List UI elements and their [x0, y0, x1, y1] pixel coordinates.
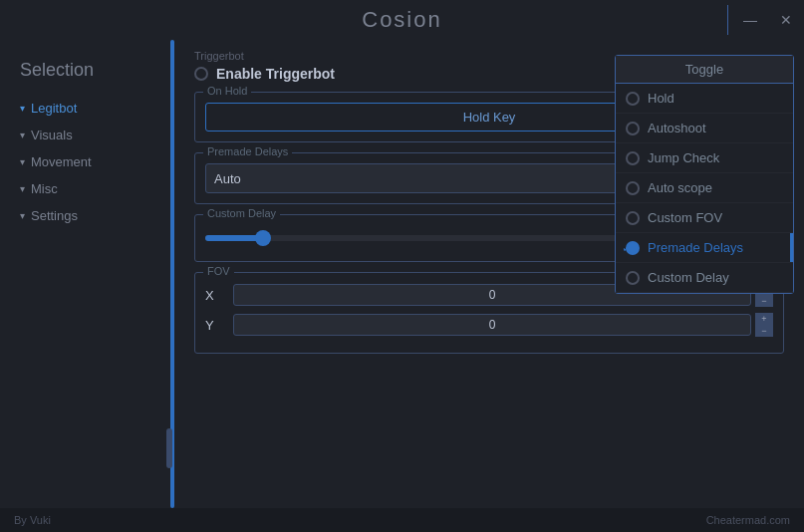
chevron-down-icon: ▾	[20, 156, 25, 167]
title-bar: Cosion — ✕	[0, 0, 804, 40]
sidebar-heading: Selection	[0, 60, 174, 81]
sidebar-item-label: Movement	[31, 154, 92, 169]
chevron-down-icon: ▾	[20, 183, 25, 194]
chevron-down-icon: ▾	[20, 130, 25, 140]
footer: By Vuki Cheatermad.com	[0, 508, 804, 532]
toggle-item-label: Hold	[648, 91, 674, 106]
dropdown-selected-value: Auto	[214, 171, 241, 186]
toggle-item-custom-fov[interactable]: Custom FOV	[616, 203, 793, 233]
fov-y-increment-button[interactable]: +	[755, 313, 773, 325]
sidebar-item-label: Legitbot	[31, 101, 77, 116]
toggle-item-autoshoot[interactable]: Autoshoot	[616, 114, 793, 143]
footer-left: By Vuki	[14, 514, 51, 526]
fov-x-decrement-button[interactable]: −	[755, 295, 773, 307]
custom-delay-legend: Custom Delay	[203, 207, 280, 219]
toggle-item-hold[interactable]: Hold	[616, 84, 793, 114]
sidebar-item-legitbot[interactable]: ▾ Legitbot	[0, 95, 174, 122]
window-controls: — ✕	[727, 0, 804, 40]
sidebar-item-label: Settings	[31, 208, 78, 223]
auto-scope-radio	[626, 181, 640, 195]
jump-check-radio	[626, 151, 640, 165]
fov-legend: FOV	[203, 265, 234, 277]
minimize-button[interactable]: —	[732, 0, 768, 40]
toggle-item-jump-check[interactable]: Jump Check	[616, 143, 793, 173]
fov-y-label: Y	[205, 318, 225, 333]
app-title: Cosion	[362, 7, 441, 33]
sidebar-item-misc[interactable]: ▾ Misc	[0, 175, 174, 202]
toggle-item-label: Premade Delays	[648, 240, 743, 255]
footer-right: Cheatermad.com	[706, 514, 790, 526]
toggle-item-label: Custom FOV	[648, 210, 722, 225]
toggle-item-label: Auto scope	[648, 180, 712, 195]
selected-indicator-bar	[790, 233, 793, 262]
check-icon: ✓	[622, 241, 632, 255]
chevron-down-icon: ▾	[20, 103, 25, 114]
autoshoot-radio	[626, 122, 640, 135]
toggle-item-label: Jump Check	[648, 150, 719, 165]
sidebar: Selection ▾ Legitbot ▾ Visuals ▾ Movemen…	[0, 40, 174, 508]
toggle-item-premade-delays[interactable]: ✓ Premade Delays	[616, 233, 793, 263]
toggle-panel-header: Toggle	[616, 56, 793, 84]
custom-delay-radio	[626, 271, 640, 285]
sidebar-item-visuals[interactable]: ▾ Visuals	[0, 122, 174, 148]
fov-y-stepper: + −	[755, 313, 773, 337]
enable-triggerbot-label: Enable Triggerbot	[216, 66, 335, 82]
chevron-down-icon: ▾	[20, 210, 25, 221]
sidebar-item-settings[interactable]: ▾ Settings	[0, 202, 174, 229]
sidebar-item-label: Visuals	[31, 128, 73, 142]
title-bar-separator	[727, 5, 728, 35]
hold-radio	[626, 92, 640, 106]
triggerbot-radio[interactable]	[194, 67, 208, 81]
on-hold-legend: On Hold	[203, 85, 251, 97]
toggle-item-custom-delay[interactable]: Custom Delay	[616, 263, 793, 293]
sidebar-item-movement[interactable]: ▾ Movement	[0, 148, 174, 175]
fov-y-input[interactable]	[233, 314, 751, 336]
toggle-panel: Toggle Hold Autoshoot Jump Check Auto sc…	[615, 55, 794, 294]
scrollbar-thumb[interactable]	[166, 428, 172, 468]
toggle-item-label: Custom Delay	[648, 270, 729, 285]
fov-y-row: Y + −	[205, 313, 773, 337]
sidebar-item-label: Misc	[31, 181, 58, 196]
premade-delays-legend: Premade Delays	[203, 145, 292, 157]
toggle-item-auto-scope[interactable]: Auto scope	[616, 173, 793, 203]
custom-fov-radio	[626, 211, 640, 225]
slider-thumb[interactable]	[255, 230, 271, 246]
fov-x-label: X	[205, 288, 225, 303]
close-button[interactable]: ✕	[768, 0, 804, 40]
toggle-item-label: Autoshoot	[648, 121, 706, 135]
fov-y-decrement-button[interactable]: −	[755, 325, 773, 337]
